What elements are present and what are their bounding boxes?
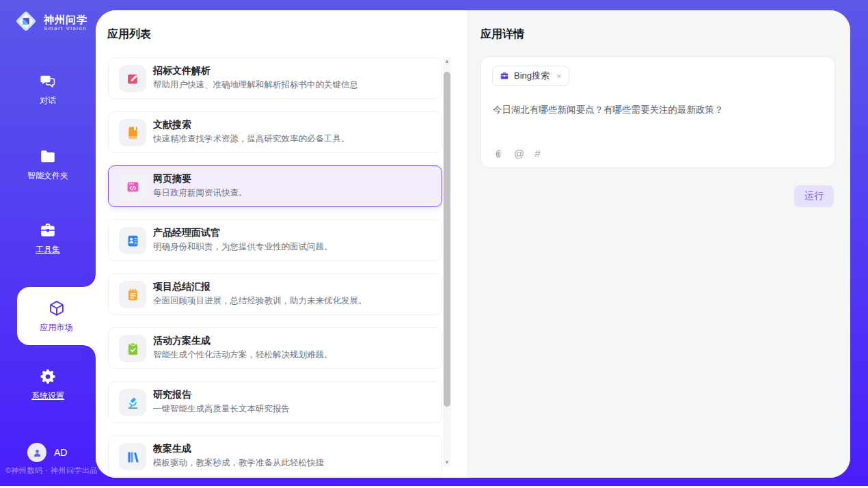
input-toolbar: @# (493, 148, 541, 159)
sidebar-item-2[interactable]: 智能文件夹 (0, 148, 96, 182)
app-list-item[interactable]: 教案生成模板驱动，教案秒成，教学准备从此轻松快捷 (108, 435, 442, 477)
app-list-pane: 应用列表 招标文件解析帮助用户快速、准确地理解和解析招标书中的关键信息文献搜索快… (96, 10, 467, 478)
sidebar-item-label: 工具集 (36, 244, 60, 256)
chat-icon (39, 72, 57, 90)
app-icon-tile (119, 335, 146, 362)
app-icon-tile (119, 173, 146, 200)
scrollbar[interactable]: ▲ ▼ (443, 57, 451, 467)
gear-icon (39, 368, 57, 385)
hash-icon[interactable]: # (534, 148, 540, 159)
app-icon-tile (119, 65, 146, 92)
app-name: 项目总结汇报 (153, 281, 211, 293)
brand-subtitle: Smart Vision (44, 25, 87, 32)
sidebar-item-1[interactable]: 对话 (0, 72, 96, 107)
copyright-footer: ©神州数码 · 神州问学出品 (5, 465, 98, 476)
app-name: 文献搜索 (153, 119, 191, 131)
app-name: 活动方案生成 (153, 335, 211, 347)
sidebar-item-label: 智能文件夹 (27, 170, 68, 182)
close-icon[interactable]: × (556, 71, 562, 81)
query-text[interactable]: 今日湖北有哪些新闻要点？有哪些需要关注的最新政策？ (493, 104, 724, 116)
diamond-logo-icon (14, 9, 38, 36)
app-name: 研究报告 (153, 389, 191, 401)
sidebar-item-5[interactable]: 系统设置 (0, 368, 96, 402)
book-icon (126, 126, 140, 140)
app-list-item[interactable]: 产品经理面试官明确身份和职责，为您提供专业性的面试问题。 (108, 219, 442, 261)
tool-tag-bing-search[interactable]: Bing搜索 × (492, 66, 569, 86)
app-list-item[interactable]: 网页摘要每日政府新闻资讯快查。 (108, 165, 442, 207)
app-description: 帮助用户快速、准确地理解和解析招标书中的关键信息 (153, 79, 358, 91)
app-description: 明确身份和职责，为您提供专业性的面试问题。 (153, 241, 333, 253)
app-icon-tile (119, 281, 146, 308)
sidebar-item-label: 应用市场 (40, 322, 73, 334)
app-icon-tile (119, 443, 146, 470)
document-edit-icon (126, 72, 140, 86)
microscope-icon (126, 396, 140, 410)
sidebar-item-label: 系统设置 (31, 390, 64, 402)
app-list-item[interactable]: 项目总结汇报全面回顾项目进展，总结经验教训，助力未来优化发展。 (108, 273, 442, 315)
run-button[interactable]: 运行 (794, 185, 834, 207)
app-detail-pane: 应用详情 Bing搜索 × 今日湖北有哪些新闻要点？有哪些需要关注的最新政策？ … (467, 10, 850, 478)
user-avatar-icon (31, 447, 43, 459)
app-detail-title: 应用详情 (480, 27, 524, 42)
app-list-item[interactable]: 活动方案生成智能生成个性化活动方案，轻松解决规划难题。 (108, 327, 442, 369)
app-icon-tile (119, 389, 146, 416)
browser-code-icon (126, 180, 140, 194)
app-description: 一键智能生成高质量长文本研究报告 (153, 403, 290, 415)
app-list-title: 应用列表 (107, 27, 151, 42)
app-list: 招标文件解析帮助用户快速、准确地理解和解析招标书中的关键信息文献搜索快速精准查找… (108, 57, 442, 478)
mention-icon[interactable]: @ (514, 148, 524, 159)
app-description: 快速精准查找学术资源，提高研究效率的必备工具。 (153, 133, 350, 145)
app-name: 招标文件解析 (153, 65, 211, 77)
brand-name: 神州问学 (44, 14, 87, 25)
books-icon (126, 450, 140, 464)
user-account[interactable]: AD (27, 443, 67, 462)
prompt-input-card[interactable]: Bing搜索 × 今日湖北有哪些新闻要点？有哪些需要关注的最新政策？ @# (480, 56, 835, 168)
app-list-item[interactable]: 文献搜索快速精准查找学术资源，提高研究效率的必备工具。 (108, 111, 442, 153)
clipboard-check-icon (126, 342, 140, 356)
app-list-item[interactable]: 招标文件解析帮助用户快速、准确地理解和解析招标书中的关键信息 (108, 57, 442, 99)
scrollbar-thumb[interactable] (444, 72, 450, 407)
attachment-icon[interactable] (493, 148, 504, 159)
scroll-down-icon[interactable]: ▼ (443, 459, 451, 465)
app-icon-tile (119, 119, 146, 146)
sidebar-item-3[interactable]: 工具集 (0, 221, 96, 256)
sidebar-item-4[interactable]: 应用市场 (17, 287, 96, 345)
toolbox-icon (39, 221, 57, 239)
app-icon-tile (119, 227, 146, 254)
scroll-up-icon[interactable]: ▲ (443, 58, 451, 64)
cube-icon (48, 299, 66, 317)
notepad-icon (126, 288, 140, 302)
sidebar-item-label: 对话 (40, 95, 56, 107)
app-list-item[interactable]: 研究报告一键智能生成高质量长文本研究报告 (108, 381, 442, 423)
app-name: 教案生成 (153, 443, 191, 455)
main-content-card: 应用列表 招标文件解析帮助用户快速、准确地理解和解析招标书中的关键信息文献搜索快… (96, 10, 850, 478)
briefcase-icon (500, 71, 509, 81)
tool-tag-label: Bing搜索 (514, 70, 550, 82)
user-name: AD (54, 447, 67, 458)
avatar (27, 443, 46, 462)
folder-icon (39, 148, 57, 165)
app-description: 模板驱动，教案秒成，教学准备从此轻松快捷 (153, 457, 324, 469)
resume-person-icon (126, 234, 140, 248)
app-name: 网页摘要 (153, 173, 191, 185)
app-description: 每日政府新闻资讯快查。 (153, 187, 247, 199)
app-name: 产品经理面试官 (153, 227, 220, 239)
brand-logo: 神州问学 Smart Vision (14, 9, 87, 36)
app-description: 全面回顾项目进展，总结经验教训，助力未来优化发展。 (153, 295, 367, 307)
app-description: 智能生成个性化活动方案，轻松解决规划难题。 (153, 349, 333, 361)
